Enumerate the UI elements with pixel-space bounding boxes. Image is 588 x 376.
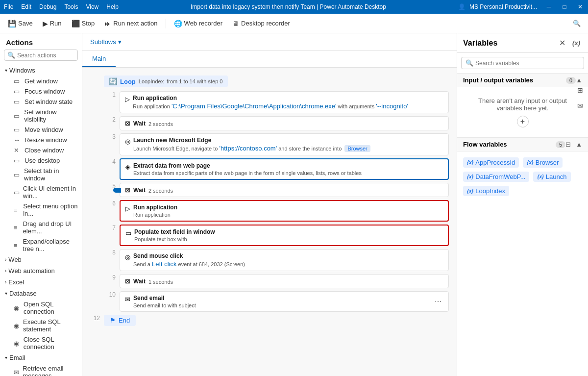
menu-file[interactable]: File [4, 3, 13, 10]
toolbar-separator [166, 19, 166, 28]
search-icon: 🔍 [466, 59, 473, 67]
flow-step-launch-edge[interactable]: ◎ Launch new Microsoft Edge Launch Micro… [120, 133, 449, 155]
flow-step-run-app-1[interactable]: ▷ Run application Run application 'C:\Pr… [120, 91, 449, 113]
resize-icon: ↔ [14, 136, 22, 144]
actions-search-icon: 🔍 [7, 51, 15, 59]
io-section-header[interactable]: Input / output variables 0 ▲ [457, 73, 588, 87]
run-next-button[interactable]: ⏭ Run next action [100, 18, 161, 29]
action-set-window-state[interactable]: ▭ Set window state [0, 97, 82, 107]
step-row-3: 3 ◎ Launch new Microsoft Edge Launch Mic… [106, 133, 449, 155]
search-button[interactable]: 🔍 [569, 17, 584, 30]
subflows-button[interactable]: Subflows ▾ [86, 36, 125, 48]
end-badge[interactable]: ⚑ End [104, 315, 136, 326]
action-resize-window[interactable]: ↔ Resize window [0, 135, 82, 145]
action-open-sql[interactable]: ◉ Open SQL connection [0, 299, 82, 317]
step-more-button[interactable]: ⋯ [433, 296, 443, 307]
chevron-down-icon: ▾ [5, 355, 7, 360]
loop-header: 🔄 Loop LoopIndex from 1 to 14 with step … [90, 75, 449, 87]
input-output-icon[interactable]: ⊞ [574, 84, 586, 96]
flow-section-header[interactable]: Flow variables 5 ⊟ ▲ [457, 137, 588, 151]
stop-button[interactable]: ⬛ Stop [68, 18, 99, 29]
flow-section-controls: ⊟ ▲ [565, 141, 582, 148]
menu-view[interactable]: View [86, 3, 98, 10]
edge-icon: ◎ [125, 138, 130, 145]
menu-edit[interactable]: Edit [21, 3, 31, 10]
minimize-button[interactable]: ─ [545, 3, 553, 11]
action-get-window[interactable]: ▭ Get window [0, 76, 82, 86]
action-retrieve-email[interactable]: ✉ Retrieve email messages [0, 363, 82, 376]
action-click-ui[interactable]: ▭ Click UI element in win... [0, 183, 82, 201]
action-execute-sql[interactable]: ◉ Execute SQL statement [0, 317, 82, 334]
step-row-9: 9 ⊠ Wait 1 seconds [106, 274, 449, 288]
account-icon: 👤 [458, 3, 466, 10]
variables-search-input[interactable] [475, 60, 580, 67]
action-use-desktop[interactable]: ▭ Use desktop [0, 155, 82, 166]
category-windows[interactable]: ▾ Windows [0, 65, 82, 76]
var-chip-loopindex[interactable]: {x} LoopIndex [463, 186, 509, 196]
menu-debug[interactable]: Debug [39, 3, 56, 10]
text-field-icon: ▭ [125, 229, 131, 237]
close-button[interactable]: ✕ [576, 3, 584, 11]
action-close-sql[interactable]: ◉ Close SQL connection [0, 334, 82, 352]
chevron-right-icon: › [5, 257, 6, 262]
loop-badge[interactable]: 🔄 Loop LoopIndex from 1 to 14 with step … [104, 75, 228, 87]
category-excel[interactable]: › Excel [0, 276, 82, 288]
chevron-down-icon: ▾ [5, 68, 7, 73]
save-button[interactable]: 💾 Save [4, 18, 37, 29]
maximize-button[interactable]: □ [561, 3, 568, 11]
action-close-window[interactable]: ✕ Close window [0, 145, 82, 155]
io-empty-message: There aren't any input or output variabl… [457, 87, 588, 137]
tab-icon: ▭ [14, 171, 21, 178]
send-icon[interactable]: ✉ [574, 100, 586, 112]
var-chip-appprocessid[interactable]: {x} AppProcessId [463, 157, 519, 168]
flow-canvas: Subflows ▾ Main 🔄 Loop LoopIndex from 1 … [82, 33, 457, 376]
flow-step-populate-text[interactable]: ▭ Populate text field in window Populate… [120, 225, 449, 246]
actions-search-box[interactable]: 🔍 [4, 50, 78, 61]
category-database[interactable]: ▾ Database [0, 288, 82, 299]
var-chip-datafromwebpage[interactable]: {x} DataFromWebP... [463, 172, 529, 182]
action-focus-window[interactable]: ▭ Focus window [0, 86, 82, 97]
flow-step-wait-2[interactable]: ⊠ Wait 2 seconds [120, 183, 449, 197]
action-set-window-visibility[interactable]: ▭ Set window visibility [0, 107, 82, 125]
category-web[interactable]: › Web [0, 254, 82, 265]
variables-header: Variables ✕ (x) [457, 33, 588, 53]
flow-step-mouse-click[interactable]: ◎ Send mouse click Send a Left click eve… [120, 249, 449, 271]
save-icon: 💾 [8, 20, 16, 27]
actions-search-input[interactable] [17, 52, 82, 59]
variables-search-box[interactable]: 🔍 [461, 57, 584, 69]
action-expand-tree[interactable]: ≡ Expand/collapse tree n... [0, 236, 82, 254]
flow-variables-chips: {x} AppProcessId {x} Browser {x} DataFro… [457, 151, 588, 202]
category-web-automation[interactable]: › Web automation [0, 265, 82, 276]
web-recorder-button[interactable]: 🌐 Web recorder [170, 18, 227, 29]
stop-icon: ⬛ [72, 20, 80, 27]
var-chip-launch[interactable]: {x} Launch [533, 172, 570, 182]
run-button[interactable]: ▶ Run [39, 18, 66, 29]
menu-help[interactable]: Help [106, 3, 119, 10]
var-chip-browser[interactable]: {x} Browser [523, 157, 563, 168]
variable-icon: {x} [467, 160, 473, 165]
flow-step-run-app-2[interactable]: ▷ Run application Run application [120, 200, 449, 222]
variables-fx-button[interactable]: (x) [570, 38, 582, 48]
variables-close-button[interactable]: ✕ [557, 37, 567, 49]
chevron-down-icon: ▾ [5, 291, 7, 296]
add-io-variable-button[interactable]: + [517, 116, 529, 127]
desktop-recorder-button[interactable]: 🖥 Desktop recorder [228, 18, 294, 29]
action-drag-drop[interactable]: ≡ Drag and drop UI elem... [0, 219, 82, 236]
subflows-bar: Subflows ▾ [82, 33, 457, 51]
action-select-menu[interactable]: ≡ Select menu option in... [0, 201, 82, 219]
menu-icon: ≡ [14, 206, 20, 214]
window-icon: ▭ [14, 112, 21, 120]
tab-main[interactable]: Main [82, 51, 116, 67]
flow-step-wait-1[interactable]: ⊠ Wait 2 seconds [120, 116, 449, 130]
flow-step-extract-data[interactable]: ◈ Extract data from web page Extract dat… [120, 158, 449, 180]
filter-icon[interactable]: ⊟ [565, 141, 571, 148]
flow-step-send-email[interactable]: ✉ Send email Send email to with subject … [120, 291, 449, 312]
menu-tools[interactable]: Tools [64, 3, 78, 10]
chevron-up-icon[interactable]: ▲ [576, 141, 582, 148]
action-move-window[interactable]: ▭ Move window [0, 125, 82, 135]
loop-icon: 🔄 [109, 77, 117, 85]
flow-step-wait-3[interactable]: ⊠ Wait 1 seconds [120, 274, 449, 288]
action-select-tab[interactable]: ▭ Select tab in window [0, 166, 82, 183]
breakpoint-dot [113, 188, 118, 193]
category-email[interactable]: ▾ Email [0, 352, 82, 363]
